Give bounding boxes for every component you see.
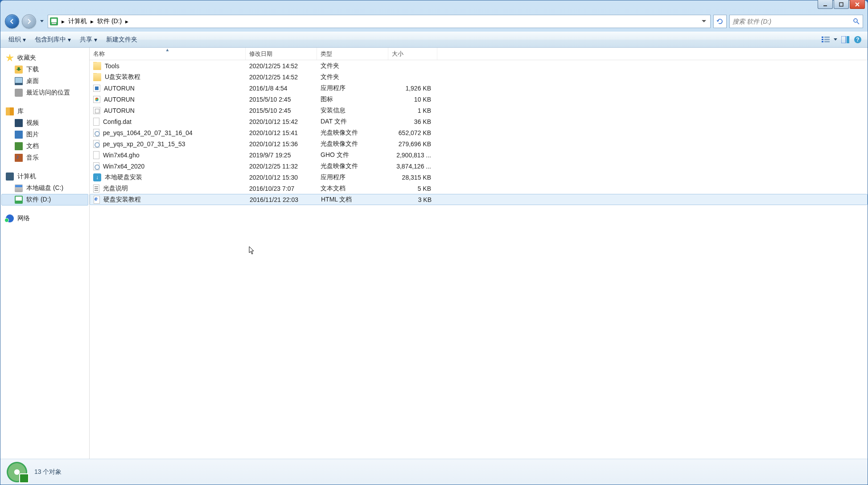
titlebar[interactable] bbox=[0, 0, 868, 13]
file-row[interactable]: AUTORUN2016/1/8 4:54应用程序1,926 KB bbox=[90, 82, 868, 94]
file-name-cell: pe_yqs_xp_20_07_31_15_53 bbox=[90, 140, 246, 148]
svg-rect-6 bbox=[824, 39, 830, 40]
work-area: 收藏夹 下载桌面最近访问的位置 库 视频图片文档音乐 计算机 本地磁盘 (C:)… bbox=[0, 48, 868, 459]
ico-music-icon bbox=[15, 154, 23, 162]
column-name[interactable]: 名称▲ bbox=[90, 48, 246, 60]
file-name: Win7x64.gho bbox=[103, 152, 140, 159]
breadcrumb-chevron-icon[interactable]: ▸ bbox=[89, 16, 95, 27]
sidebar-item-label: 本地磁盘 (C:) bbox=[26, 184, 63, 192]
organize-menu[interactable]: 组织▾ bbox=[4, 34, 30, 45]
file-name-cell: pe_yqs_1064_20_07_31_16_04 bbox=[90, 129, 246, 137]
chevron-down-icon bbox=[834, 38, 837, 41]
sidebar-item-drive_c[interactable]: 本地磁盘 (C:) bbox=[1, 182, 88, 194]
breadcrumb-drive[interactable]: 软件 (D:) bbox=[95, 16, 123, 27]
star-icon bbox=[6, 54, 14, 62]
history-dropdown[interactable] bbox=[39, 14, 45, 29]
sidebar-item-label: 下载 bbox=[26, 66, 39, 74]
sidebar-item-desktop[interactable]: 桌面 bbox=[1, 75, 88, 87]
maximize-icon bbox=[839, 2, 844, 7]
svg-point-2 bbox=[854, 19, 857, 22]
help-button[interactable]: ? bbox=[852, 34, 864, 45]
file-size-cell: 3 KB bbox=[389, 196, 438, 203]
breadcrumb-computer[interactable]: 计算机 bbox=[66, 16, 89, 27]
file-size-cell: 36 KB bbox=[388, 118, 437, 125]
search-input[interactable] bbox=[732, 18, 853, 25]
sidebar-item-downloads[interactable]: 下载 bbox=[1, 64, 88, 75]
file-row[interactable]: Win7x64_20202020/12/25 11:32光盘映像文件3,874,… bbox=[90, 160, 868, 172]
maximize-button[interactable] bbox=[834, 0, 849, 9]
file-name: AUTORUN bbox=[104, 85, 135, 92]
svg-rect-1 bbox=[839, 3, 843, 6]
file-row[interactable]: 光盘说明2016/10/23 7:07文本文档5 KB bbox=[90, 183, 868, 194]
library-icon bbox=[6, 107, 14, 115]
breadcrumb-chevron-icon[interactable]: ▸ bbox=[60, 16, 66, 27]
address-bar[interactable]: ▸ 计算机 ▸ 软件 (D:) ▸ bbox=[48, 15, 711, 28]
file-row[interactable]: pe_yqs_xp_20_07_31_15_532020/10/12 15:36… bbox=[90, 138, 868, 149]
navigation-pane[interactable]: 收藏夹 下载桌面最近访问的位置 库 视频图片文档音乐 计算机 本地磁盘 (C:)… bbox=[0, 48, 90, 459]
include-in-library-menu[interactable]: 包含到库中▾ bbox=[30, 34, 75, 45]
ico-desk-icon bbox=[15, 77, 23, 85]
file-name: U盘安装教程 bbox=[105, 73, 140, 81]
nav-head-favorites[interactable]: 收藏夹 bbox=[1, 52, 88, 64]
sidebar-item-music[interactable]: 音乐 bbox=[1, 152, 88, 164]
ico-doc-icon bbox=[15, 142, 23, 150]
file-row[interactable]: U盘安装教程2020/12/25 14:52文件夹 bbox=[90, 71, 868, 82]
nav-group-favorites: 收藏夹 下载桌面最近访问的位置 bbox=[1, 52, 88, 99]
sidebar-item-pictures[interactable]: 图片 bbox=[1, 129, 88, 140]
file-size-cell: 279,696 KB bbox=[388, 140, 437, 148]
nav-head-network[interactable]: 网络 bbox=[1, 213, 88, 224]
share-menu[interactable]: 共享▾ bbox=[75, 34, 102, 45]
file-row[interactable]: 硬盘安装教程2016/11/21 22:03HTML 文档3 KB bbox=[90, 194, 868, 205]
svg-rect-7 bbox=[822, 41, 823, 42]
file-row[interactable]: AUTORUN2015/5/10 2:45图标10 KB bbox=[90, 94, 868, 105]
file-size-cell: 5 KB bbox=[388, 185, 437, 192]
sidebar-item-documents[interactable]: 文档 bbox=[1, 140, 88, 152]
minimize-button[interactable] bbox=[818, 0, 833, 9]
details-count: 13 个对象 bbox=[34, 468, 62, 476]
sidebar-item-label: 软件 (D:) bbox=[26, 196, 51, 204]
nav-head-libraries[interactable]: 库 bbox=[1, 106, 88, 117]
column-size[interactable]: 大小 bbox=[388, 48, 437, 60]
close-icon bbox=[855, 2, 860, 7]
back-arrow-icon bbox=[8, 18, 16, 25]
nav-head-label: 计算机 bbox=[17, 173, 36, 181]
file-name: pe_yqs_xp_20_07_31_15_53 bbox=[103, 140, 185, 148]
file-type-icon bbox=[93, 129, 99, 137]
nav-group-network: 网络 bbox=[1, 213, 88, 224]
nav-group-computer: 计算机 本地磁盘 (C:)软件 (D:) bbox=[1, 171, 88, 206]
sidebar-item-recent[interactable]: 最近访问的位置 bbox=[1, 87, 88, 99]
ico-down-icon bbox=[15, 66, 23, 74]
column-date[interactable]: 修改日期 bbox=[246, 48, 317, 60]
breadcrumb-chevron-icon[interactable]: ▸ bbox=[123, 16, 130, 27]
file-row[interactable]: pe_yqs_1064_20_07_31_16_042020/10/12 15:… bbox=[90, 127, 868, 138]
column-type[interactable]: 类型 bbox=[317, 48, 388, 60]
back-button[interactable] bbox=[5, 14, 19, 29]
forward-button[interactable] bbox=[22, 14, 36, 29]
svg-rect-9 bbox=[841, 36, 846, 43]
search-box[interactable] bbox=[729, 15, 863, 28]
refresh-button[interactable] bbox=[713, 15, 727, 28]
nav-head-computer[interactable]: 计算机 bbox=[1, 171, 88, 182]
file-type-icon bbox=[93, 107, 100, 114]
view-mode-dropdown[interactable] bbox=[832, 34, 839, 45]
file-list-pane[interactable]: 名称▲ 修改日期 类型 大小 Tools2020/12/25 14:52文件夹U… bbox=[90, 48, 868, 459]
close-button[interactable] bbox=[850, 0, 865, 9]
file-date-cell: 2020/10/12 15:30 bbox=[246, 174, 317, 181]
file-size-cell: 3,874,126 ... bbox=[388, 163, 437, 170]
preview-pane-button[interactable] bbox=[839, 34, 852, 45]
file-row[interactable]: Win7x64.gho2019/9/7 19:25GHO 文件2,900,813… bbox=[90, 149, 868, 160]
address-dropdown[interactable] bbox=[699, 15, 708, 28]
file-row[interactable]: Config.dat2020/10/12 15:42DAT 文件36 KB bbox=[90, 116, 868, 127]
sidebar-item-label: 文档 bbox=[26, 142, 39, 150]
file-row[interactable]: 本地硬盘安装2020/10/12 15:30应用程序28,315 KB bbox=[90, 172, 868, 183]
new-folder-button[interactable]: 新建文件夹 bbox=[102, 34, 142, 45]
file-type-cell: DAT 文件 bbox=[317, 118, 388, 126]
sidebar-item-videos[interactable]: 视频 bbox=[1, 117, 88, 129]
file-row[interactable]: AUTORUN2015/5/10 2:45安装信息1 KB bbox=[90, 105, 868, 116]
file-row[interactable]: Tools2020/12/25 14:52文件夹 bbox=[90, 60, 868, 71]
file-name: 本地硬盘安装 bbox=[105, 173, 142, 181]
file-type-icon bbox=[93, 173, 101, 181]
file-size-cell: 1,926 KB bbox=[388, 85, 437, 92]
sidebar-item-drive_d[interactable]: 软件 (D:) bbox=[1, 194, 88, 206]
view-mode-button[interactable] bbox=[819, 34, 832, 45]
